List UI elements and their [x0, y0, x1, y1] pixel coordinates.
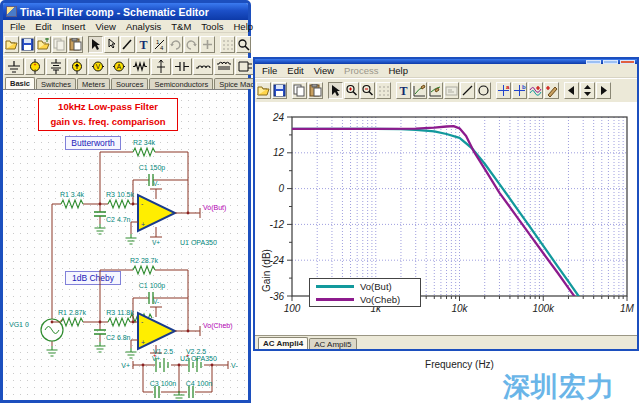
add-curves-button[interactable]: [528, 82, 543, 99]
voltage-source-icon: +-: [27, 59, 43, 74]
close-button[interactable]: [620, 60, 635, 64]
dimension-button[interactable]: 14: [152, 36, 167, 53]
wire-pen-button[interactable]: [120, 36, 135, 53]
tab-ac-ampli5[interactable]: AC Ampli5: [309, 338, 356, 349]
open-button[interactable]: [4, 36, 19, 53]
menu-view[interactable]: View: [90, 21, 120, 32]
menu-file[interactable]: File: [257, 65, 282, 76]
butterworth-stage[interactable]: - + R1 3.4k R3 10.5k R2 34k C1 150p C2 4…: [52, 139, 226, 322]
svg-text:C2 6.8n: C2 6.8n: [106, 334, 131, 341]
draw-pen-icon: [545, 84, 558, 97]
schematic-canvas[interactable]: 10kHz Low-pass Filter gain vs. freq. com…: [3, 89, 248, 400]
voltage-meter-button[interactable]: V: [88, 58, 108, 75]
inductor-component-button[interactable]: [193, 58, 213, 75]
text-button[interactable]: T: [136, 36, 151, 53]
menu-help[interactable]: Help: [229, 21, 259, 32]
left-arrow-icon: [565, 84, 578, 97]
menu-help[interactable]: Help: [383, 65, 413, 76]
voltage-source-button[interactable]: +-: [25, 58, 45, 75]
undo-button[interactable]: [168, 36, 183, 53]
zoom-button[interactable]: [236, 36, 251, 53]
tab-switches[interactable]: Switches: [36, 78, 76, 89]
legend-button[interactable]: [444, 82, 459, 99]
next-page-button[interactable]: [596, 82, 611, 99]
menu-insert[interactable]: Insert: [57, 21, 91, 32]
zoom-out-button[interactable]: [360, 82, 375, 99]
svg-text:+: +: [141, 339, 145, 346]
tab-basic[interactable]: Basic: [5, 77, 35, 89]
menu-edit[interactable]: Edit: [282, 65, 308, 76]
page-spinner[interactable]: [580, 82, 595, 99]
voltage-arrow-button[interactable]: [151, 58, 171, 75]
ellipse-button[interactable]: [476, 82, 491, 99]
transformer-button[interactable]: [214, 58, 234, 75]
menu-tools[interactable]: Tools: [196, 21, 228, 32]
paste-button[interactable]: [68, 36, 83, 53]
spinner-icon: [581, 84, 594, 97]
open-file-button[interactable]: [36, 36, 51, 53]
ammeter-button[interactable]: A: [109, 58, 129, 75]
plus-icon: [201, 38, 214, 51]
cursor-icon: [89, 38, 102, 51]
schematic-title-bar[interactable]: Tina-TI Filter comp - Schematic Editor: [3, 3, 248, 20]
menu-edit[interactable]: Edit: [30, 21, 56, 32]
diagram-title-bar[interactable]: [255, 59, 637, 64]
cursor-button[interactable]: [88, 36, 103, 53]
grid-button[interactable]: [220, 36, 235, 53]
redo-button[interactable]: [184, 36, 199, 53]
source-vg1[interactable]: + VG1 0: [9, 204, 64, 356]
ground-icon: [6, 59, 22, 74]
current-source-button[interactable]: [67, 58, 87, 75]
text-button[interactable]: T: [396, 82, 411, 99]
paste-button[interactable]: [308, 82, 323, 99]
svg-text:-36: -36: [270, 291, 285, 302]
macro-button[interactable]: [235, 58, 255, 75]
prev-page-button[interactable]: [564, 82, 579, 99]
tab-meters[interactable]: Meters: [77, 78, 110, 89]
resistor-component-button[interactable]: [130, 58, 150, 75]
copy-button[interactable]: [292, 82, 307, 99]
cheby-stage[interactable]: - + R1 2.87k R3 11.8k R2 28.7k C1 100p C…: [52, 257, 233, 362]
minimize-button[interactable]: [586, 60, 601, 64]
select-cursor-button[interactable]: [104, 36, 119, 53]
capacitor-component-button[interactable]: [172, 58, 192, 75]
save-button[interactable]: [20, 36, 35, 53]
draw-pen-button[interactable]: [544, 82, 559, 99]
text-icon: T: [397, 84, 410, 97]
cursor-button[interactable]: [328, 82, 343, 99]
copy-button[interactable]: [52, 36, 67, 53]
menu-view[interactable]: View: [309, 65, 339, 76]
text-icon: T: [137, 38, 150, 51]
import-curve-button[interactable]: [428, 82, 443, 99]
add-button[interactable]: [200, 36, 215, 53]
menu-tm[interactable]: T&M: [166, 21, 196, 32]
grid-button[interactable]: [376, 82, 391, 99]
svg-text:R2 34k: R2 34k: [133, 139, 156, 146]
open-folder-icon: [257, 84, 270, 97]
export-curve-button[interactable]: [412, 82, 427, 99]
tab-ac-ampli4[interactable]: AC Ampli4: [258, 337, 308, 349]
grid-icon: [221, 38, 234, 51]
svg-text:0: 0: [278, 183, 284, 194]
export-curve-icon: [413, 84, 426, 97]
redo-icon: [185, 38, 198, 51]
menu-file[interactable]: File: [5, 21, 30, 32]
line-button[interactable]: [460, 82, 475, 99]
legend[interactable]: Vo(But) Vo(Cheb): [309, 278, 421, 307]
tab-sources[interactable]: Sources: [111, 78, 149, 89]
ground-component-button[interactable]: [4, 58, 24, 75]
svg-text:10k: 10k: [451, 303, 468, 314]
tab-semiconductors[interactable]: Semiconductors: [149, 78, 213, 89]
save-button[interactable]: [272, 82, 287, 99]
svg-text:+: +: [141, 221, 145, 228]
zoom-in-button[interactable]: [344, 82, 359, 99]
battery-button[interactable]: [46, 58, 66, 75]
schematic-toolbar: T 14: [3, 33, 248, 55]
maximize-button[interactable]: [603, 60, 618, 64]
cursor-b-button[interactable]: b: [512, 82, 527, 99]
menu-analysis[interactable]: Analysis: [121, 21, 166, 32]
app-icon: [6, 6, 17, 17]
cursor-a-button[interactable]: a: [496, 82, 511, 99]
diagram-toolbar: T a b: [255, 78, 637, 101]
open-button[interactable]: [256, 82, 271, 99]
